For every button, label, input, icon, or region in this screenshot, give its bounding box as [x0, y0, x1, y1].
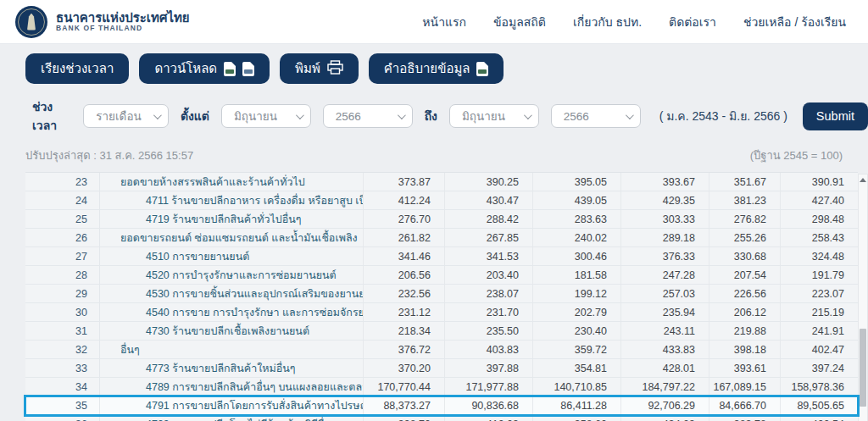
value-cell: 398.70: [363, 415, 444, 421]
table-row[interactable]: 314730 ร้านขายปลีกเชื้อเพลิงยานยนต์218.3…: [25, 322, 858, 341]
value-cell: 376.72: [363, 341, 444, 358]
table-row[interactable]: 364799 การขายปลีกโดยไม่มีร้านด้วยวิธีอื่…: [25, 415, 858, 421]
printer-icon: [327, 60, 343, 77]
submit-button[interactable]: Submit: [803, 102, 868, 130]
value-cell: 226.56: [709, 285, 780, 302]
scrollbar-track[interactable]: [859, 186, 867, 421]
value-cell: 235.94: [620, 303, 709, 321]
value-cell: 232.56: [363, 285, 444, 302]
value-cell: 181.58: [532, 266, 620, 284]
table-row[interactable]: 32อื่นๆ376.72403.83359.72433.83398.18402…: [25, 341, 858, 359]
from-label: ตั้งแต่: [181, 107, 209, 125]
table-row[interactable]: 344789 การขายปลีกสินค้าอื่นๆ บนแผงลอยและ…: [25, 378, 858, 396]
value-cell: 373.87: [363, 173, 444, 191]
row-number: 30: [25, 303, 100, 321]
value-cell: 170,770.44: [363, 378, 444, 396]
table-row[interactable]: 284520 การบำรุงรักษาและการซ่อมยานยนต์206…: [25, 266, 858, 285]
series-name: 4530 การขายชิ้นส่วนและอุปกรณ์เสริมของยาน…: [100, 285, 363, 302]
value-cell: 412.03: [444, 415, 532, 421]
value-cell: 427.40: [780, 191, 858, 209]
value-cell: 247.28: [620, 266, 709, 284]
table-row[interactable]: 23ยอดขายห้างสรรพสินค้าและร้านค้าทั่วไป37…: [25, 173, 858, 191]
table-row[interactable]: 304540 การขาย การบำรุงรักษา และการซ่อมจั…: [25, 303, 858, 322]
from-month-value: มิถุนายน: [234, 107, 277, 125]
print-label: พิมพ์: [295, 58, 320, 79]
value-cell: 84,666.70: [709, 396, 780, 414]
value-cell: 243.11: [620, 322, 709, 340]
chevron-down-icon: [296, 111, 304, 119]
value-cell: 393.67: [620, 173, 709, 191]
period-select[interactable]: รายเดือน: [83, 104, 169, 128]
value-cell: 238.07: [444, 285, 532, 302]
nav-item-help[interactable]: ช่วยเหลือ / ร้องเรียน: [743, 13, 846, 31]
toolbar: เรียงช่วงเวลา ดาวน์โหลด พิมพ์ คำอธิบายข้…: [25, 53, 868, 84]
table-row[interactable]: 254719 ร้านขายปลีกสินค้าทั่วไปอื่นๆ276.7…: [25, 210, 858, 229]
series-name: 4791 การขายปลีกโดยการรับสั่งสินค้าทางไปร…: [100, 396, 363, 414]
table-row[interactable]: 274510 การขายยานยนต์341.46341.53300.4637…: [25, 247, 858, 266]
nav-item-about[interactable]: เกี่ยวกับ ธปท.: [573, 13, 642, 31]
value-cell: 89,505.65: [780, 396, 858, 414]
value-cell: 390.91: [780, 173, 858, 191]
value-cell: 358.60: [532, 415, 620, 421]
row-number: 23: [25, 173, 100, 191]
available-range-note: ( ม.ค. 2543 - มิ.ย. 2566 ): [659, 107, 787, 125]
value-cell: 257.03: [620, 285, 709, 302]
vertical-scrollbar[interactable]: [858, 174, 868, 421]
value-cell: 215.19: [780, 303, 858, 321]
brand[interactable]: ธนาคารแห่งประเทศไทย BANK OF THAILAND: [15, 6, 190, 38]
series-name: ยอดขายรถยนต์ ซ่อมแซมรถยนต์ และน้ำมันเชื้…: [100, 229, 363, 247]
from-year-value: 2566: [336, 110, 361, 123]
nav-item-contact[interactable]: ติดต่อเรา: [669, 13, 716, 31]
to-month-select[interactable]: มิถุนายน: [449, 104, 539, 128]
scroll-up-icon[interactable]: [860, 178, 866, 182]
table-row[interactable]: 334773 ร้านขายปลีกสินค้าใหม่อื่นๆ370.203…: [25, 359, 858, 378]
print-button[interactable]: พิมพ์: [280, 53, 359, 84]
row-number: 25: [25, 210, 100, 228]
nav-item-statistics[interactable]: ข้อมูลสถิติ: [493, 13, 546, 31]
value-cell: 267.85: [444, 229, 532, 247]
value-cell: 230.40: [532, 322, 620, 340]
value-cell: 241.91: [780, 322, 858, 340]
table-row[interactable]: 26ยอดขายรถยนต์ ซ่อมแซมรถยนต์ และน้ำมันเช…: [25, 229, 858, 247]
xls-file-icon: [224, 62, 236, 76]
logo-emblem-icon: [27, 14, 36, 30]
chevron-down-icon: [524, 111, 532, 119]
value-cell: 400.54: [780, 415, 858, 421]
value-cell: 370.20: [363, 359, 444, 377]
value-cell: 283.63: [532, 210, 620, 228]
value-cell: 218.34: [363, 322, 444, 340]
series-name: 4510 การขายยานยนต์: [100, 247, 363, 265]
value-cell: 402.47: [780, 341, 858, 358]
value-cell: 300.46: [532, 247, 620, 265]
row-number: 31: [25, 322, 100, 340]
value-cell: 383.78: [709, 415, 780, 421]
table-row[interactable]: 354791 การขายปลีกโดยการรับสั่งสินค้าทางไ…: [25, 396, 858, 415]
value-cell: 86,411.28: [532, 396, 620, 414]
table-row[interactable]: 244711 ร้านขายปลีกอาหาร เครื่องดื่ม หรือ…: [25, 191, 858, 210]
from-month-select[interactable]: มิถุนายน: [221, 104, 311, 128]
filter-bar: ช่วงเวลา รายเดือน ตั้งแต่ มิถุนายน 2566 …: [32, 97, 868, 135]
value-cell: 341.46: [363, 247, 444, 265]
site-header: ธนาคารแห่งประเทศไทย BANK OF THAILAND หน้…: [0, 0, 868, 44]
sort-period-button[interactable]: เรียงช่วงเวลา: [25, 53, 129, 84]
value-cell: 288.42: [444, 210, 532, 228]
value-cell: 199.12: [532, 285, 620, 302]
scrollbar-thumb[interactable]: [860, 329, 866, 407]
row-number: 29: [25, 285, 100, 302]
row-number: 24: [25, 191, 100, 209]
from-year-select[interactable]: 2566: [323, 104, 413, 128]
value-cell: 359.72: [532, 341, 620, 358]
series-name: 4540 การขาย การบำรุงรักษา และการซ่อมจักร…: [100, 303, 363, 321]
series-name: 4789 การขายปลีกสินค้าอื่นๆ บนแผงลอยและตล…: [100, 378, 363, 396]
nav-item-home[interactable]: หน้าแรก: [422, 13, 466, 31]
table-row[interactable]: 294530 การขายชิ้นส่วนและอุปกรณ์เสริมของย…: [25, 285, 858, 303]
to-year-select[interactable]: 2566: [551, 104, 641, 128]
value-cell: 258.43: [780, 229, 858, 247]
value-cell: 261.82: [363, 229, 444, 247]
download-button[interactable]: ดาวน์โหลด: [139, 53, 270, 84]
chevron-down-icon: [398, 111, 406, 119]
value-cell: 341.53: [444, 247, 532, 265]
value-cell: 255.26: [709, 229, 780, 247]
data-description-button[interactable]: คำอธิบายข้อมูล: [369, 53, 504, 84]
table-body: 23ยอดขายห้างสรรพสินค้าและร้านค้าทั่วไป37…: [25, 172, 858, 421]
